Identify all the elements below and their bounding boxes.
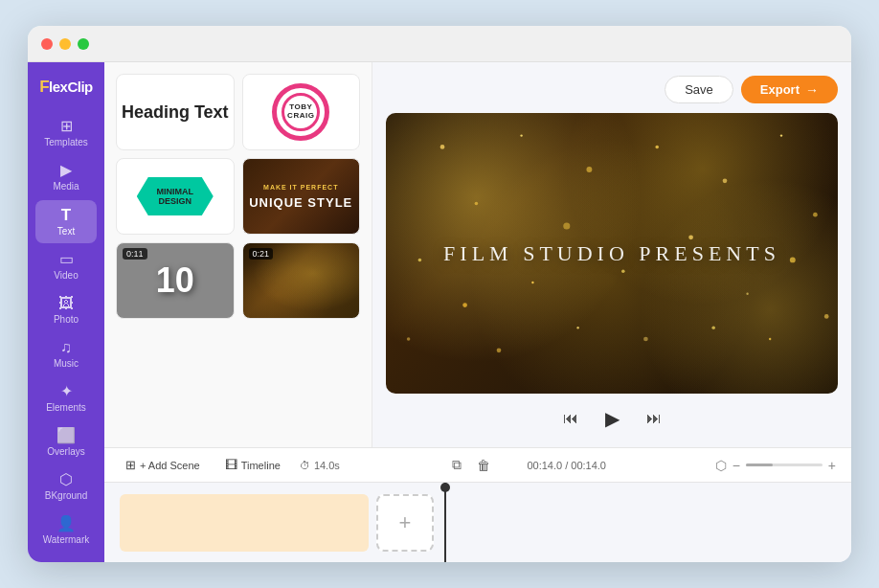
sidebar-label-templates: Templates [44, 137, 88, 147]
sidebar-item-bkground[interactable]: ⬡ BKground [35, 465, 97, 508]
dot-yellow[interactable] [59, 38, 71, 50]
sidebar-item-photo[interactable]: 🖼 Photo [35, 289, 97, 331]
template-toby[interactable]: TOBYCRAIG [242, 74, 361, 150]
sidebar-label-photo: Photo [54, 314, 79, 325]
sidebar-item-watermark[interactable]: 👤 Watermark [35, 509, 97, 552]
skip-back-button[interactable]: ⏮ [559, 406, 582, 431]
template-particles[interactable]: 0:21 [242, 242, 361, 319]
sidebar-item-text[interactable]: T Text [35, 200, 97, 243]
top-section: Heading Text TOBYCRAIG [104, 62, 851, 447]
export-arrow-icon: → [805, 82, 819, 98]
dot-green[interactable] [78, 38, 89, 50]
sidebar-item-music[interactable]: ♫ Music [35, 333, 97, 375]
timeline-cursor [444, 483, 446, 562]
delete-clip-button[interactable]: 🗑 [473, 456, 494, 475]
preview-title: Film Studio Presents [443, 241, 780, 266]
timeline-toolbar: ⊞ + Add Scene 🎞 Timeline ⏱ 14.0s [104, 448, 851, 483]
logo-text: FlexClip [39, 78, 93, 97]
toolbar-right: ⧉ 🗑 [448, 455, 494, 475]
music-icon: ♫ [60, 340, 72, 355]
skip-forward-button[interactable]: ⏭ [642, 406, 665, 431]
zoom-bar-fill [746, 464, 773, 466]
toby-outer-ring: TOBYCRAIG [272, 83, 329, 141]
logo: FlexClip [35, 72, 97, 102]
toby-inner-ring: TOBYCRAIG [282, 93, 320, 131]
playback-controls: ⏮ ▶ ⏭ [386, 403, 838, 434]
template-unique[interactable]: MAKE IT PERFECT UNIQUE STYLE [242, 158, 361, 235]
timeline-icon: 🎞 [225, 458, 237, 472]
timeline-cursor-head [440, 483, 450, 492]
template-grid: Heading Text TOBYCRAIG [116, 74, 360, 319]
zoom-bar [746, 464, 823, 466]
template-countdown[interactable]: 0:11 10 [116, 242, 235, 319]
add-scene-icon: ⊞ [125, 458, 136, 472]
sidebar-label-media: Media [53, 181, 79, 192]
copy-clip-button[interactable]: ⧉ [448, 455, 465, 475]
clock-icon: ⏱ [300, 460, 310, 471]
title-bar [28, 26, 851, 62]
unique-main-text: UNIQUE STYLE [249, 195, 352, 210]
zoom-controls: ⬡ − + [715, 458, 836, 473]
toby-logo: TOBYCRAIG [272, 83, 329, 141]
template-minimal[interactable]: MINIMALDESIGN [116, 158, 235, 235]
sidebar: FlexClip ⊞ Templates ▶ Media T Text ▭ Vi… [28, 62, 104, 562]
scene-clip[interactable] [120, 494, 369, 552]
export-button[interactable]: Export → [741, 76, 838, 103]
toolbar-left: ⊞ + Add Scene 🎞 Timeline ⏱ 14.0s [120, 456, 340, 474]
text-icon: T [61, 207, 71, 223]
timeline-track-area: + [104, 483, 851, 562]
elements-icon: ✦ [60, 384, 73, 399]
watermark-icon: 👤 [56, 516, 76, 531]
timeline-button[interactable]: 🎞 Timeline [219, 456, 286, 474]
time-indicator: 00:14.0 / 00:14.0 [527, 460, 606, 471]
play-button[interactable]: ▶ [601, 403, 623, 434]
timeline-duration: ⏱ 14.0s [300, 460, 340, 471]
particles-timestamp: 0:21 [249, 248, 274, 260]
video-icon: ▭ [59, 252, 74, 267]
photo-icon: 🖼 [58, 296, 74, 311]
zoom-out-button[interactable]: − [732, 458, 740, 473]
preview-canvas: Film Studio Presents [386, 113, 838, 394]
add-new-scene-button[interactable]: + [376, 494, 434, 552]
bottom-section: ⊞ + Add Scene 🎞 Timeline ⏱ 14.0s [104, 447, 851, 562]
countdown-number: 10 [156, 260, 194, 301]
sidebar-label-music: Music [54, 358, 79, 369]
content-area: Heading Text TOBYCRAIG [104, 62, 851, 562]
sidebar-item-templates[interactable]: ⊞ Templates [35, 112, 97, 154]
app-window: FlexClip ⊞ Templates ▶ Media T Text ▭ Vi… [28, 26, 851, 562]
export-label: Export [760, 82, 800, 97]
sidebar-item-media[interactable]: ▶ Media [35, 156, 97, 198]
minimal-text: MINIMALDESIGN [157, 187, 194, 207]
sidebar-item-overlays[interactable]: ⬜ Overlays [35, 421, 97, 464]
sidebar-label-elements: Elements [46, 402, 86, 413]
templates-icon: ⊞ [60, 119, 73, 134]
overlays-icon: ⬜ [56, 428, 76, 443]
preview-toolbar: Save Export → [386, 76, 838, 103]
fit-zoom-button[interactable]: ⬡ [715, 458, 727, 473]
add-scene-label: + Add Scene [140, 460, 200, 471]
heading-text: Heading Text [122, 102, 229, 123]
sidebar-label-watermark: Watermark [43, 534, 90, 545]
dot-red[interactable] [41, 38, 53, 50]
sidebar-item-video[interactable]: ▭ Video [35, 245, 97, 287]
timeline-label: Timeline [241, 460, 281, 471]
main-layout: FlexClip ⊞ Templates ▶ Media T Text ▭ Vi… [28, 62, 851, 562]
preview-area: Save Export → [372, 62, 851, 447]
logo-f: F [39, 78, 49, 96]
sidebar-item-elements[interactable]: ✦ Elements [35, 377, 97, 419]
sidebar-label-video: Video [54, 270, 78, 281]
templates-panel: Heading Text TOBYCRAIG [104, 62, 372, 447]
save-button[interactable]: Save [665, 76, 733, 103]
add-scene-button[interactable]: ⊞ + Add Scene [120, 456, 206, 474]
toby-text: TOBYCRAIG [287, 103, 314, 121]
sidebar-label-text: Text [57, 226, 75, 237]
sidebar-label-bkground: BKground [45, 490, 87, 501]
unique-top-text: MAKE IT PERFECT [263, 184, 338, 191]
sidebar-label-overlays: Overlays [47, 446, 84, 457]
media-icon: ▶ [60, 163, 72, 178]
bkground-icon: ⬡ [59, 472, 73, 487]
countdown-timestamp: 0:11 [123, 248, 147, 260]
zoom-in-button[interactable]: + [828, 458, 836, 473]
template-heading[interactable]: Heading Text [116, 74, 235, 150]
duration-value: 14.0s [314, 460, 340, 471]
